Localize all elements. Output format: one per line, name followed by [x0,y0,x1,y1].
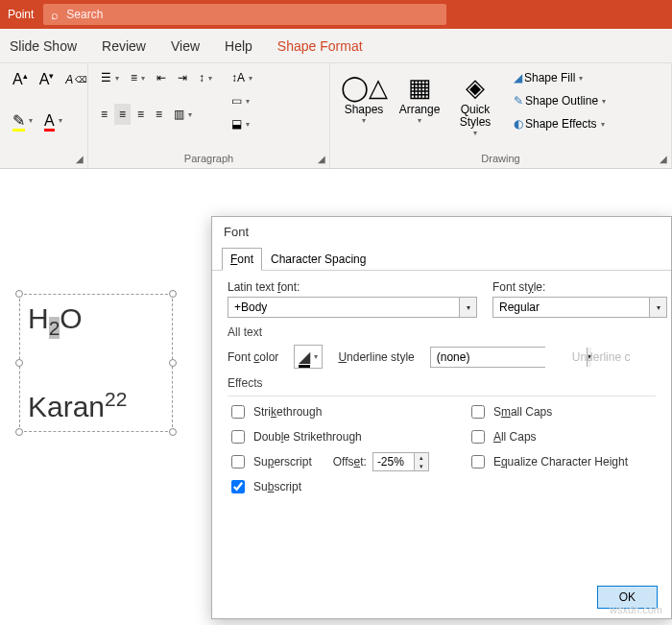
quick-styles-button[interactable]: ◈ Quick Styles▾ [449,67,501,141]
numbering-icon: ≡ [131,71,137,84]
ribbon-group-paragraph: ☰▾ ≡▾ ⇤ ⇥ ↕▾ ≡ ≡ ≡ ≡ ▥▾ ↕A▾ ▭▾ ⬓▾ [88,63,330,168]
paragraph-group-label: Paragraph [96,151,322,166]
tab-view[interactable]: View [171,38,200,54]
align-text-button[interactable]: ▭▾ [227,90,257,111]
titlebar: Point ⌕ Search [0,0,672,29]
smallcaps-checkbox[interactable]: Small Caps [468,402,628,421]
watermark: wsxdn.com [610,604,662,615]
font-style-label: Font style: [492,280,667,294]
offset-input[interactable] [373,453,414,470]
resize-handle[interactable] [169,428,177,436]
decrease-font-button[interactable]: A▾ [35,67,60,92]
shapes-button[interactable]: ◯△ Shapes▾ [338,67,390,129]
shape-outline-button[interactable]: ✎Shape Outline▾ [509,90,611,111]
tab-help[interactable]: Help [225,38,252,54]
align-center-button[interactable]: ≡ [114,104,131,125]
align-right-button[interactable]: ≡ [132,104,149,125]
offset-spinner[interactable]: ▴▾ [372,452,429,471]
line-spacing-icon: ↕ [199,71,204,84]
double-strikethrough-checkbox[interactable]: Double Strikethrough [228,427,429,446]
ribbon-group-drawing: ◯△ Shapes▾ ▦ Arrange▾ ◈ Quick Styles▾ ◢S… [330,63,672,168]
tab-shape-format[interactable]: Shape Format [277,38,363,54]
drawing-group-launcher[interactable]: ◢ [660,154,667,164]
highlight-color-button[interactable]: ✎▾ [8,108,37,133]
font-dialog: Font Font Character Spacing Latin text f… [211,216,672,619]
shape-fill-button[interactable]: ◢Shape Fill▾ [509,67,611,88]
line-spacing-button[interactable]: ↕▾ [194,67,217,88]
resize-handle[interactable] [15,428,23,436]
font-color-picker[interactable]: ◢▾ [294,345,323,369]
strikethrough-checkbox[interactable]: Strikethrough [228,402,429,421]
dialog-tab-font[interactable]: Font [222,248,262,271]
shapes-icon: ◯△ [341,71,388,104]
font-color-button[interactable]: A▾ [39,108,67,133]
text-direction-button[interactable]: ↕A▾ [227,67,257,88]
paragraph-group-launcher[interactable]: ◢ [318,154,325,164]
slide-text-line1[interactable]: H2O [28,302,164,340]
justify-button[interactable]: ≡ [151,104,167,125]
align-right-icon: ≡ [137,108,144,121]
ribbon-group-font-partial: A▴ A▾ A⌫ ✎▾ A▾ ◢ [0,63,88,168]
font-style-input[interactable] [493,298,649,317]
equalize-checkbox[interactable]: Equalize Character Height [468,452,628,471]
dialog-title: Font [212,217,671,247]
resize-handle[interactable] [169,359,177,367]
columns-icon: ▥ [174,108,184,121]
effects-label: Effects [228,376,656,390]
search-box[interactable]: ⌕ Search [43,4,446,25]
spin-down[interactable]: ▾ [415,462,428,470]
quick-styles-icon: ◈ [466,71,485,104]
convert-smartart-button[interactable]: ⬓▾ [227,113,257,134]
allcaps-checkbox[interactable]: All Caps [468,427,628,446]
font-style-combo[interactable]: ▾ [492,297,667,318]
superscript-checkbox[interactable]: Superscript [228,452,312,471]
text-direction-icon: ↕A [231,71,245,84]
smartart-icon: ⬓ [231,117,242,131]
increase-font-button[interactable]: A▴ [8,67,33,92]
arrange-button[interactable]: ▦ Arrange▾ [394,67,445,129]
latin-font-input[interactable] [228,298,459,317]
increase-indent-button[interactable]: ⇥ [173,67,192,88]
align-left-button[interactable]: ≡ [96,104,112,125]
latin-font-combo[interactable]: ▾ [228,297,477,318]
align-text-icon: ▭ [231,94,242,108]
font-group-launcher[interactable]: ◢ [76,154,84,164]
slide-textbox[interactable]: H2O Karan22 [19,294,173,432]
numbering-button[interactable]: ≡▾ [126,67,150,88]
search-icon: ⌕ [51,8,59,22]
align-left-icon: ≡ [101,108,108,121]
selected-text: 2 [49,317,60,339]
app-name: Point [8,8,34,21]
dropdown-icon[interactable]: ▾ [649,298,666,317]
bullets-button[interactable]: ☰▾ [96,67,124,88]
resize-handle[interactable] [169,290,177,298]
shape-effects-button[interactable]: ◐Shape Effects▾ [509,113,611,134]
dropdown-icon[interactable]: ▾ [459,298,476,317]
resize-handle[interactable] [15,290,23,298]
tab-slideshow[interactable]: Slide Show [10,38,77,54]
search-placeholder: Search [66,8,103,21]
decrease-indent-button[interactable]: ⇤ [152,67,171,88]
subscript-checkbox[interactable]: Subscript [228,477,429,496]
outdent-icon: ⇤ [156,71,166,84]
indent-icon: ⇥ [178,71,187,84]
underline-style-label: Underline style [338,350,414,364]
dialog-tabs: Font Character Spacing [212,247,671,271]
offset-label: Offset: [333,455,367,469]
drawing-group-label: Drawing [338,151,663,166]
spin-up[interactable]: ▴ [415,453,428,462]
tab-review[interactable]: Review [102,38,146,54]
justify-icon: ≡ [156,108,162,121]
slide-text-line2[interactable]: Karan22 [28,388,164,423]
underline-color-label: Underline c [572,350,631,364]
bullets-icon: ☰ [101,71,111,84]
font-color-label: Font color [228,350,278,364]
alltext-label: All text [228,325,656,339]
underline-style-combo[interactable]: ▾ [430,347,545,368]
resize-handle[interactable] [15,359,23,367]
latin-font-label: Latin text font: [228,280,477,294]
bucket-icon: ◢ [514,71,522,84]
underline-style-input[interactable] [431,348,587,367]
dialog-tab-charspacing[interactable]: Character Spacing [262,248,374,271]
columns-button[interactable]: ▥▾ [169,104,197,125]
